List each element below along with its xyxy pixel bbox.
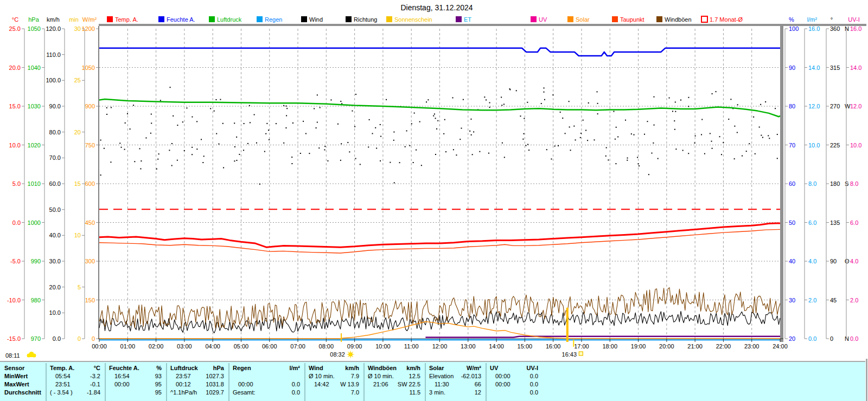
axis-tick-label: 5.0: [12, 180, 21, 187]
table-value: -1.84: [87, 389, 100, 397]
table-value: 11.5: [409, 389, 420, 397]
axis-tick-label: 8.0: [850, 180, 858, 187]
table-value: SW 22.5: [398, 380, 420, 389]
legend-label: Sonnenschein: [394, 16, 432, 23]
x-axis-label: 20:00: [659, 343, 674, 350]
table-col-header: Wind: [309, 364, 323, 372]
axis-tick-label: 6.0: [808, 219, 816, 226]
table-value: 0.0: [530, 389, 538, 397]
x-axis-label: 08:00: [319, 343, 334, 350]
x-axis-label: 06:00: [262, 343, 277, 350]
x-axis-label: 13:00: [461, 343, 476, 350]
axis-tick-label: 970: [31, 335, 41, 342]
axis-tick-label: 1030: [28, 103, 41, 109]
table-value: 7.0: [351, 389, 359, 397]
x-axis-label: 23:00: [744, 343, 760, 350]
table-value: 0.0: [530, 380, 538, 389]
legend-swatch-solar: [567, 16, 573, 22]
table-col-unit: %: [156, 364, 162, 372]
table-separator: [486, 363, 487, 401]
legend-item-regen: Regen: [257, 16, 282, 23]
legend-label: UV: [539, 16, 547, 23]
legend-label: ET: [464, 16, 471, 23]
table-value: 93: [155, 372, 162, 380]
chart-frame: [98, 24, 866, 342]
table-value: 1027.3: [206, 372, 224, 380]
axis-tick-label: 0.0: [12, 219, 21, 226]
table-separator: [166, 363, 167, 401]
axis-tick-label: 270: [830, 103, 840, 109]
table-value: 95: [155, 389, 162, 397]
axis-tick-label: 12.0: [808, 103, 820, 109]
table-col-header: Regen: [233, 364, 251, 372]
sunset-time-label: 16:43: [562, 351, 577, 358]
axis-unit-label: %: [789, 16, 794, 23]
axis-tick-label: 300: [85, 258, 95, 264]
table-value-time: ^1.1hPa/h: [170, 389, 197, 397]
legend-swatch-luftdruck: [209, 16, 215, 22]
axis-tick-label: 8.0: [808, 180, 816, 187]
table-col-header: Solar: [429, 364, 444, 372]
stats-table: SensorMinWertMaxWertDurchschnittTemp. A.…: [0, 361, 865, 401]
x-axis-label: 02:00: [149, 343, 164, 350]
axis-unit-label: km/h: [47, 16, 60, 23]
legend-swatch-taupunkt: [612, 16, 618, 22]
series-luftdruck-line: [99, 99, 780, 117]
table-col-unit: hPa: [213, 364, 224, 372]
axis-tick-label: 0: [92, 335, 95, 342]
axis-tick-label: 1200: [82, 25, 95, 32]
table-value-time: Gesamt:: [233, 389, 256, 397]
table-col-unit: °C: [94, 364, 100, 372]
x-axis-label: 04:00: [205, 343, 220, 350]
axis-tick-label: 90: [830, 258, 837, 264]
x-axis-label: 16:00: [546, 343, 561, 350]
axis-tick-label: 750: [85, 142, 95, 148]
legend-swatch-feuchte: [158, 16, 164, 22]
x-axis-label: 03:00: [177, 343, 192, 350]
table-value-time: Ø 10 min.: [368, 372, 394, 380]
table-value-time: 14:42: [314, 380, 329, 389]
legend-item-temp: Temp. A.: [107, 16, 138, 23]
axis-tick-label: 70.0: [49, 154, 61, 161]
axis-tick-label: 10.0: [49, 309, 61, 316]
axis-tick-label: 40.0: [49, 232, 61, 238]
moon-cloud-icon: [27, 352, 36, 358]
axis-unit-label: UV-I: [848, 16, 859, 23]
x-axis-label: 00:00: [92, 343, 107, 350]
axis-tick-label: 900: [85, 103, 95, 109]
sun-icon: [347, 351, 354, 358]
axis-tick-label: 5: [78, 284, 81, 290]
legend-swatch-richtung: [346, 16, 352, 22]
series-richtung-dots: [100, 87, 778, 185]
legend-label: Feuchte A.: [167, 16, 195, 23]
table-value: -62.013: [461, 372, 481, 380]
axis-tick-label: 1010: [28, 180, 41, 187]
axis-tick-label: 10.0: [850, 142, 861, 148]
legend-label: Solar: [576, 16, 590, 23]
legend-item-et: ET: [456, 16, 471, 23]
axis-tick-label: 2.0: [850, 297, 858, 303]
table-col-header: Windböen: [368, 364, 397, 372]
axis-tick-label: 4.0: [808, 258, 816, 264]
x-axis-label: 09:00: [347, 343, 362, 350]
axis-tick-label: 0.0: [53, 335, 61, 342]
axis-left-W/m²: W/m²120010509007506004503001500: [82, 16, 99, 342]
table-value-time: 05:54: [55, 372, 71, 380]
legend-label: Windböen: [665, 16, 692, 23]
axis-tick-label: 20.0: [9, 64, 21, 71]
axis-tick-label: 25: [74, 77, 81, 83]
table-value-time: 00:00: [114, 380, 130, 389]
weather-chart: °C25.020.015.010.05.00.0-5.0-10.0-15.0hP…: [0, 0, 868, 360]
table-value: 66: [475, 380, 481, 389]
axis-tick-label: 12.0: [850, 103, 861, 109]
legend-item-uv: UV: [531, 16, 547, 23]
legend-item-wind: Wind: [301, 16, 323, 23]
legend-swatch-uv: [531, 16, 537, 22]
table-col-unit: l/m²: [289, 364, 300, 372]
axis-right-°: °360N315270W225180S13590O450N: [826, 16, 851, 342]
axis-tick-label: 110.0: [46, 51, 61, 58]
table-value-time: 16:54: [114, 372, 130, 380]
x-axis-label: 12:00: [432, 343, 448, 350]
axis-tick-label: 30: [789, 297, 795, 303]
axis-tick-label: 14.0: [850, 64, 861, 71]
